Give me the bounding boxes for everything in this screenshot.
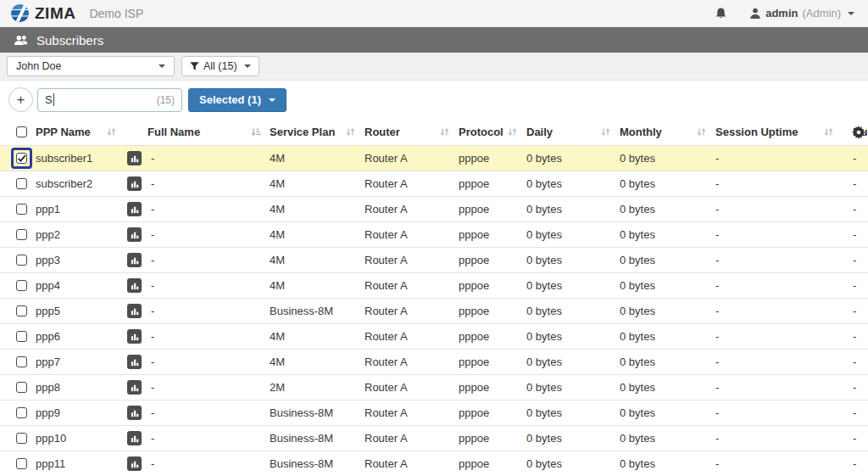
cell-full-name: - xyxy=(151,305,154,317)
cell-router: Router A xyxy=(364,254,459,266)
sort-icon xyxy=(439,126,450,137)
row-checkbox[interactable] xyxy=(16,407,27,418)
cell-rules: - xyxy=(843,203,868,216)
workspace-name: Demo ISP xyxy=(89,7,143,20)
row-checkbox[interactable] xyxy=(16,280,27,291)
user-name: admin xyxy=(765,7,798,20)
user-icon xyxy=(749,8,761,20)
row-checkbox[interactable] xyxy=(16,433,27,444)
selected-dropdown-button[interactable]: Selected (1) xyxy=(188,88,287,112)
cell-service-plan: Business-8M xyxy=(270,432,364,445)
cell-daily: 0 bytes xyxy=(526,203,620,216)
row-checkbox[interactable] xyxy=(16,204,27,215)
cell-monthly: 0 bytes xyxy=(620,457,715,470)
table-row: ppp9 - Business-8M Router A pppoe 0 byte… xyxy=(0,400,868,426)
cell-monthly: 0 bytes xyxy=(620,432,715,445)
cell-rules: - xyxy=(843,152,868,165)
chevron-down-icon xyxy=(159,64,165,68)
cell-rules: - xyxy=(843,254,868,266)
row-checkbox-annotation xyxy=(11,300,32,322)
user-menu[interactable]: admin (Admin) xyxy=(749,7,858,20)
subscriber-select[interactable]: John Doe xyxy=(7,56,175,76)
usage-chart-icon[interactable] xyxy=(127,456,142,471)
row-checkbox[interactable] xyxy=(16,331,27,342)
cell-session-uptime: - xyxy=(715,356,843,368)
row-checkbox[interactable] xyxy=(16,356,27,367)
cell-router: Router A xyxy=(364,152,459,165)
column-settings-gear-icon[interactable] xyxy=(852,126,865,139)
cell-protocol: pppoe xyxy=(459,356,526,368)
usage-chart-icon[interactable] xyxy=(127,176,142,191)
cell-service-plan: 4M xyxy=(270,356,364,368)
usage-chart-icon[interactable] xyxy=(127,278,142,293)
table-header: PPP Name Full Name Service Plan Router xyxy=(0,119,868,146)
cell-daily: 0 bytes xyxy=(526,356,620,368)
row-checkbox[interactable] xyxy=(16,458,27,469)
usage-chart-icon[interactable] xyxy=(127,227,142,242)
usage-chart-icon[interactable] xyxy=(127,329,142,344)
table-row: ppp10 - Business-8M Router A pppoe 0 byt… xyxy=(0,426,868,451)
usage-chart-icon[interactable] xyxy=(127,380,142,395)
column-header-monthly[interactable]: Monthly xyxy=(620,126,715,138)
cell-service-plan: 4M xyxy=(270,152,364,165)
sort-icon xyxy=(507,126,518,137)
table-row: ppp1 - 4M Router A pppoe 0 bytes 0 bytes… xyxy=(0,197,868,222)
cell-router: Router A xyxy=(364,177,459,190)
selected-dropdown-label: Selected (1) xyxy=(199,93,261,106)
cell-monthly: 0 bytes xyxy=(620,228,715,241)
cell-ppp-name: ppp7 xyxy=(36,356,125,368)
column-header-protocol[interactable]: Protocol xyxy=(459,126,526,138)
cell-rules: - xyxy=(843,406,868,419)
select-all-checkbox[interactable] xyxy=(16,126,27,137)
cell-daily: 0 bytes xyxy=(526,381,620,394)
zima-logo-icon xyxy=(10,3,30,23)
table-row: ppp5 - Business-8M Router A pppoe 0 byte… xyxy=(0,299,868,324)
row-checkbox[interactable] xyxy=(16,305,27,316)
row-checkbox[interactable] xyxy=(16,178,27,189)
row-checkbox[interactable] xyxy=(16,382,27,393)
cell-daily: 0 bytes xyxy=(526,254,620,266)
cell-router: Router A xyxy=(364,279,459,292)
cell-session-uptime: - xyxy=(715,228,843,241)
column-header-full-name[interactable]: Full Name xyxy=(125,126,270,138)
row-checkbox[interactable] xyxy=(16,229,27,240)
row-checkbox[interactable] xyxy=(16,153,27,164)
status-filter-button[interactable]: All (15) xyxy=(181,56,259,76)
column-header-service-plan[interactable]: Service Plan xyxy=(270,126,364,138)
row-checkbox-annotation xyxy=(11,402,32,423)
cell-ppp-name: ppp11 xyxy=(36,457,125,470)
column-header-router[interactable]: Router xyxy=(364,126,459,138)
usage-chart-icon[interactable] xyxy=(127,304,142,318)
add-subscriber-button[interactable]: + xyxy=(8,87,33,112)
cell-rules: - xyxy=(843,330,868,343)
cell-full-name: - xyxy=(151,356,154,368)
user-role: (Admin) xyxy=(802,7,841,20)
select-all-checkbox-wrap xyxy=(11,121,32,143)
cell-daily: 0 bytes xyxy=(526,432,620,445)
brand-name: ZIMA xyxy=(35,4,75,23)
cell-ppp-name: ppp8 xyxy=(36,381,125,394)
usage-chart-icon[interactable] xyxy=(127,151,142,165)
column-header-session-uptime[interactable]: Session Uptime xyxy=(715,126,843,138)
usage-chart-icon[interactable] xyxy=(127,355,142,369)
column-header-ppp-name[interactable]: PPP Name xyxy=(36,126,125,138)
sort-icon xyxy=(345,126,356,137)
cell-full-name: - xyxy=(151,432,154,445)
cell-ppp-name: subscriber1 xyxy=(36,152,125,165)
usage-chart-icon[interactable] xyxy=(127,406,142,420)
cell-monthly: 0 bytes xyxy=(620,330,715,343)
notifications-bell-icon[interactable] xyxy=(715,7,727,20)
search-input[interactable]: S (15) xyxy=(37,88,182,112)
usage-chart-icon[interactable] xyxy=(127,253,142,267)
row-checkbox[interactable] xyxy=(16,255,27,266)
cell-full-name: - xyxy=(151,279,154,292)
cell-router: Router A xyxy=(364,432,459,445)
usage-chart-icon[interactable] xyxy=(127,202,142,216)
cell-session-uptime: - xyxy=(715,457,843,470)
cell-session-uptime: - xyxy=(715,406,843,419)
column-header-daily[interactable]: Daily xyxy=(526,126,620,138)
cell-router: Router A xyxy=(364,305,459,317)
usage-chart-icon[interactable] xyxy=(127,431,142,445)
row-checkbox-annotation xyxy=(11,428,32,449)
cell-session-uptime: - xyxy=(715,177,843,190)
